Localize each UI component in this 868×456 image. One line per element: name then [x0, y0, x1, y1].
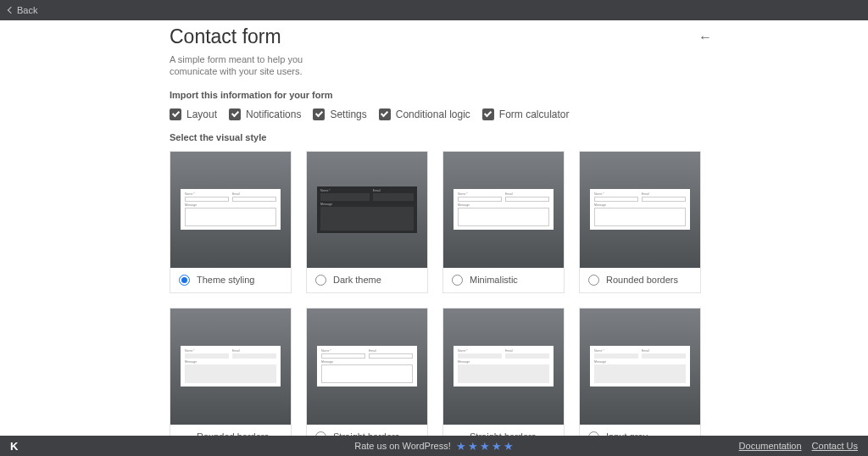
style-label: Minimalistic	[470, 275, 518, 285]
style-preview: Name * Email Message	[307, 309, 427, 425]
content-area: Contact form ← A simple form meant to he…	[0, 20, 868, 436]
style-card[interactable]: Name * Email Message Theme styling	[170, 151, 292, 293]
style-preview: Name * Email Message	[443, 152, 564, 268]
style-preview: Name * Email Message	[170, 152, 291, 268]
bottom-bar: K Rate us on WordPress! ★ ★ ★ ★ ★ Docume…	[0, 436, 868, 456]
style-card[interactable]: Name * Email Message Minimalistic	[442, 151, 565, 293]
page-subtitle: A simple form meant to help you comunica…	[170, 53, 339, 78]
style-preview: Name * Email Message	[580, 152, 700, 268]
check-label: Layout	[186, 108, 217, 120]
checkbox-icon	[170, 108, 181, 120]
style-radio-row[interactable]: Dark theme	[307, 268, 427, 292]
check-layout[interactable]: Layout	[170, 108, 217, 120]
radio-icon	[588, 275, 599, 286]
style-radio-row[interactable]: Straight borders grey	[443, 425, 564, 436]
style-card[interactable]: Name * Email Message Dark theme	[306, 151, 428, 293]
footer-links: Documentation Contact Us	[739, 441, 858, 451]
checkbox-icon	[379, 108, 391, 120]
style-preview: Name * Email Message	[580, 309, 700, 425]
back-label: Back	[17, 5, 37, 15]
rate-widget[interactable]: Rate us on WordPress! ★ ★ ★ ★ ★	[354, 440, 514, 453]
radio-icon	[315, 275, 326, 286]
style-label: Rounded borders	[606, 275, 678, 285]
star-icon: ★	[480, 440, 490, 453]
radio-icon	[179, 275, 190, 286]
page-title: Contact form	[170, 25, 281, 48]
style-card[interactable]: Name * Email Message Straight borders	[306, 308, 428, 436]
style-card[interactable]: Name * Email Message Rounded borders	[579, 151, 701, 293]
arrow-left-icon[interactable]: ←	[698, 30, 712, 45]
back-button[interactable]: Back	[8, 5, 37, 15]
style-radio-row[interactable]: Rounded borders grey	[170, 425, 291, 436]
check-settings[interactable]: Settings	[313, 108, 366, 120]
chevron-left-icon	[8, 7, 14, 14]
style-radio-row[interactable]: Minimalistic	[443, 268, 564, 292]
checkbox-icon	[313, 108, 325, 120]
style-card[interactable]: Name * Email Message Rounded borders gre…	[170, 308, 292, 436]
rate-label: Rate us on WordPress!	[354, 441, 451, 451]
style-card[interactable]: Name * Email Message Input grey	[579, 308, 701, 436]
style-card[interactable]: Name * Email Message Straight borders gr…	[442, 308, 565, 436]
check-conditional[interactable]: Conditional logic	[379, 108, 470, 120]
style-label: Dark theme	[333, 275, 381, 285]
check-label: Settings	[330, 108, 366, 120]
check-label: Conditional logic	[396, 108, 470, 120]
stars: ★ ★ ★ ★ ★	[456, 440, 514, 453]
checkbox-icon	[229, 108, 241, 120]
logo-icon: K	[10, 440, 18, 453]
star-icon: ★	[468, 440, 478, 453]
style-preview: Name * Email Message	[170, 309, 291, 425]
check-notifications[interactable]: Notifications	[229, 108, 301, 120]
style-section-label: Select the visual style	[170, 132, 712, 142]
import-options: Layout Notifications Settings Conditiona…	[170, 108, 712, 120]
star-icon: ★	[492, 440, 502, 453]
check-calculator[interactable]: Form calculator	[482, 108, 570, 120]
import-section-label: Import this information for your form	[170, 90, 712, 100]
style-radio-row[interactable]: Rounded borders	[580, 268, 700, 292]
star-icon: ★	[504, 440, 514, 453]
docs-link[interactable]: Documentation	[739, 441, 802, 451]
check-label: Notifications	[246, 108, 301, 120]
style-radio-row[interactable]: Theme styling	[170, 268, 291, 292]
style-radio-row[interactable]: Straight borders	[307, 425, 427, 436]
checkbox-icon	[482, 108, 494, 120]
style-grid: Name * Email Message Theme styling Name …	[170, 151, 712, 436]
radio-icon	[452, 275, 463, 286]
check-label: Form calculator	[499, 108, 570, 120]
style-preview: Name * Email Message	[307, 152, 427, 268]
contact-link[interactable]: Contact Us	[812, 441, 858, 451]
style-label: Theme styling	[197, 275, 254, 285]
style-preview: Name * Email Message	[443, 309, 564, 425]
top-bar: Back	[0, 0, 868, 20]
style-radio-row[interactable]: Input grey	[580, 425, 700, 436]
star-icon: ★	[456, 440, 466, 453]
